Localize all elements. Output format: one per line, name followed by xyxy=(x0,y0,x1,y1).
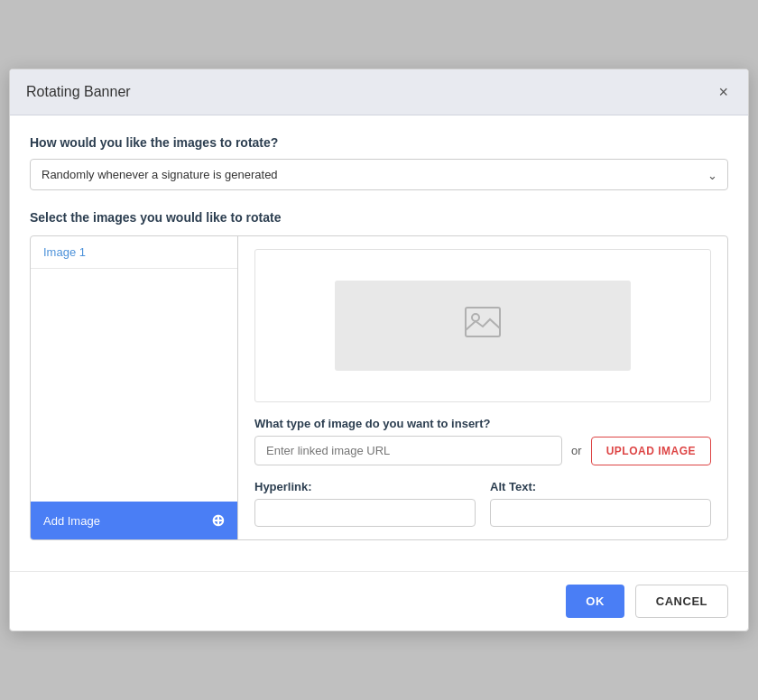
hyperlink-label: Hyperlink: xyxy=(254,480,476,493)
alt-text-label: Alt Text: xyxy=(490,480,711,493)
close-button[interactable]: × xyxy=(715,82,732,102)
images-section-label: Select the images you would like to rota… xyxy=(30,210,728,225)
alt-text-group: Alt Text: xyxy=(490,480,711,527)
image-placeholder-icon xyxy=(465,307,501,344)
image-list-preview xyxy=(31,269,237,502)
image-list-item-1[interactable]: Image 1 xyxy=(31,236,237,269)
rotation-dropdown-wrapper: Randomly whenever a signature is generat… xyxy=(30,159,728,190)
image-placeholder-box xyxy=(335,281,631,372)
upload-image-button[interactable]: UPLOAD IMAGE xyxy=(591,437,711,465)
extra-fields-row: Hyperlink: Alt Text: xyxy=(254,480,711,527)
hyperlink-input[interactable] xyxy=(254,499,476,527)
url-input[interactable] xyxy=(254,436,562,465)
svg-rect-0 xyxy=(466,308,500,336)
hyperlink-group: Hyperlink: xyxy=(254,480,476,527)
add-image-plus-icon: ⊕ xyxy=(211,512,225,529)
ok-button[interactable]: OK xyxy=(566,585,624,618)
image-list: Image 1 Add Image ⊕ xyxy=(31,236,238,539)
add-image-button[interactable]: Add Image ⊕ xyxy=(31,502,237,539)
dialog-header: Rotating Banner × xyxy=(10,69,748,115)
url-row: or UPLOAD IMAGE xyxy=(254,436,711,465)
image-config-panel: What type of image do you want to insert… xyxy=(238,236,727,539)
insert-type-label: What type of image do you want to insert… xyxy=(254,417,711,430)
images-container: Image 1 Add Image ⊕ xyxy=(30,235,728,540)
dialog-title: Rotating Banner xyxy=(26,84,131,100)
dialog-footer: OK CANCEL xyxy=(10,571,748,631)
image-preview-area xyxy=(254,249,711,402)
rotation-select[interactable]: Randomly whenever a signature is generat… xyxy=(30,159,728,190)
insert-type-section: What type of image do you want to insert… xyxy=(254,417,711,465)
or-text: or xyxy=(571,444,582,457)
alt-text-input[interactable] xyxy=(490,499,711,527)
rotation-question: How would you like the images to rotate? xyxy=(30,135,728,150)
add-image-label: Add Image xyxy=(43,514,100,528)
rotating-banner-dialog: Rotating Banner × How would you like the… xyxy=(9,69,749,631)
dialog-body: How would you like the images to rotate?… xyxy=(10,115,748,571)
cancel-button[interactable]: CANCEL xyxy=(635,585,728,618)
